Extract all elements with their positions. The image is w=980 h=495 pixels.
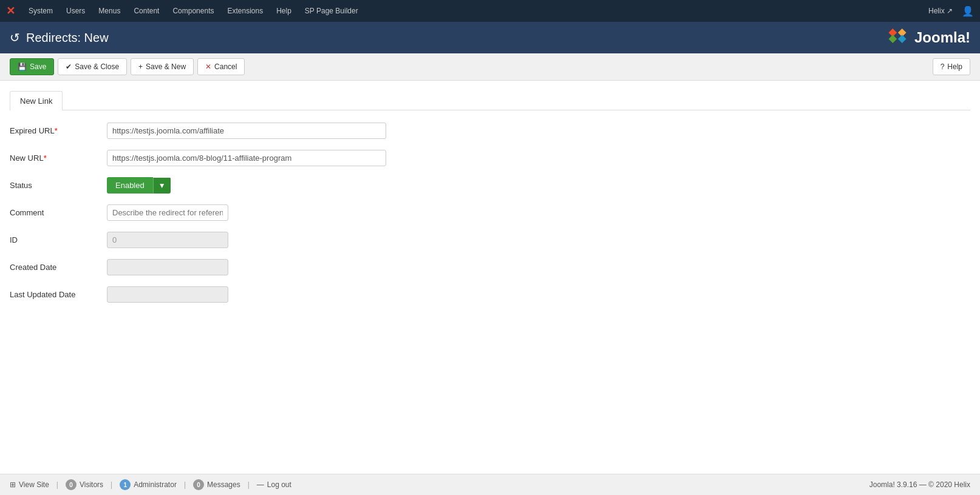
footer-view-site: ⊞ View Site — [10, 480, 49, 489]
footer-left: ⊞ View Site | 0 Visitors | 1 Administrat… — [10, 479, 291, 490]
save-new-label: Save & New — [146, 62, 186, 71]
toolbar-right: ? Help — [933, 58, 970, 75]
redirect-form: Expired URL* New URL* Status Enabled ▼ C… — [10, 123, 970, 303]
refresh-icon: ↺ — [10, 30, 20, 45]
created-date-label: Created Date — [10, 263, 107, 272]
status-group: Status Enabled ▼ — [10, 177, 970, 194]
page-title: Redirects: New — [26, 31, 109, 45]
comment-group: Comment — [10, 204, 970, 221]
footer-divider-3: | — [184, 480, 186, 489]
logout-link[interactable]: Log out — [267, 480, 291, 489]
nav-item-components[interactable]: Components — [166, 2, 220, 20]
logout-icon: — — [257, 480, 264, 489]
title-bar: ↺ Redirects: New Joomla! — [0, 22, 980, 53]
footer-logout: — Log out — [257, 480, 291, 489]
admin-badge: 1 — [120, 479, 131, 490]
toolbar: 💾 Save ✔ Save & Close + Save & New ✕ Can… — [0, 53, 980, 81]
help-icon: ? — [941, 62, 945, 71]
nav-item-sp-page-builder[interactable]: SP Page Builder — [299, 2, 364, 20]
new-url-input[interactable] — [107, 150, 386, 166]
id-input — [107, 232, 228, 248]
nav-item-menus[interactable]: Menus — [92, 2, 126, 20]
footer-divider-1: | — [56, 480, 58, 489]
visitors-badge: 0 — [66, 479, 77, 490]
top-nav: ✕ System Users Menus Content Components … — [0, 0, 980, 22]
tab-new-link[interactable]: New Link — [10, 91, 63, 110]
top-nav-left: ✕ System Users Menus Content Components … — [6, 2, 364, 20]
checkmark-icon: ✔ — [66, 62, 72, 71]
footer: ⊞ View Site | 0 Visitors | 1 Administrat… — [0, 474, 980, 495]
messages-badge: 0 — [193, 479, 204, 490]
status-arrow-button[interactable]: ▼ — [153, 178, 171, 194]
expired-url-group: Expired URL* — [10, 123, 970, 139]
footer-admin: 1 Administrator — [120, 479, 177, 490]
help-button[interactable]: ? Help — [933, 58, 970, 75]
tabs: New Link — [10, 90, 970, 110]
footer-messages: 0 Messages — [193, 479, 240, 490]
joomla-text: Joomla! — [914, 29, 970, 46]
nav-item-users[interactable]: Users — [60, 2, 91, 20]
save-close-button[interactable]: ✔ Save & Close — [58, 58, 127, 75]
plus-icon: + — [138, 62, 143, 71]
joomla-icon[interactable]: ✕ — [6, 4, 15, 18]
joomla-logo: Joomla! — [884, 29, 970, 47]
save-icon: 💾 — [18, 62, 27, 71]
expired-url-label: Expired URL* — [10, 126, 107, 135]
expired-url-required: * — [55, 126, 58, 135]
save-label: Save — [30, 62, 46, 71]
cancel-label: Cancel — [214, 62, 237, 71]
help-label: Help — [947, 62, 962, 71]
nav-item-help[interactable]: Help — [270, 2, 298, 20]
id-group: ID — [10, 232, 970, 248]
comment-label: Comment — [10, 208, 107, 217]
last-updated-input — [107, 286, 228, 303]
joomla-logo-svg — [884, 29, 911, 47]
view-site-icon: ⊞ — [10, 480, 16, 489]
created-date-group: Created Date — [10, 259, 970, 275]
status-dropdown[interactable]: Enabled ▼ — [107, 177, 171, 194]
footer-version: Joomla! 3.9.16 — © 2020 Helix — [869, 480, 970, 489]
status-main-button[interactable]: Enabled — [107, 177, 153, 194]
view-site-link[interactable]: View Site — [19, 480, 49, 489]
cancel-button[interactable]: ✕ Cancel — [197, 58, 245, 75]
title-bar-left: ↺ Redirects: New — [10, 30, 109, 45]
save-new-button[interactable]: + Save & New — [131, 58, 194, 75]
user-icon[interactable]: 👤 — [962, 5, 974, 17]
save-close-label: Save & Close — [75, 62, 119, 71]
new-url-label: New URL* — [10, 153, 107, 163]
nav-item-system[interactable]: System — [22, 2, 59, 20]
toolbar-left: 💾 Save ✔ Save & Close + Save & New ✕ Can… — [10, 58, 245, 75]
helix-link[interactable]: Helix ↗ — [928, 7, 953, 15]
cancel-icon: ✕ — [205, 62, 211, 71]
top-nav-right: Helix ↗ 👤 — [928, 5, 974, 17]
new-url-required: * — [44, 153, 47, 163]
main-content: New Link Expired URL* New URL* Status En… — [0, 81, 980, 474]
id-label: ID — [10, 235, 107, 244]
new-url-group: New URL* — [10, 150, 970, 166]
messages-link[interactable]: Messages — [207, 480, 240, 489]
nav-item-extensions[interactable]: Extensions — [221, 2, 269, 20]
save-button[interactable]: 💾 Save — [10, 58, 54, 75]
footer-divider-2: | — [111, 480, 112, 489]
last-updated-group: Last Updated Date — [10, 286, 970, 303]
status-label: Status — [10, 181, 107, 190]
created-date-input — [107, 259, 228, 275]
visitors-label: Visitors — [80, 480, 103, 489]
comment-input[interactable] — [107, 204, 228, 221]
admin-link[interactable]: Administrator — [134, 480, 177, 489]
last-updated-label: Last Updated Date — [10, 290, 107, 299]
footer-divider-4: | — [248, 480, 250, 489]
footer-visitors: 0 Visitors — [66, 479, 103, 490]
expired-url-input[interactable] — [107, 123, 386, 139]
nav-item-content[interactable]: Content — [128, 2, 165, 20]
